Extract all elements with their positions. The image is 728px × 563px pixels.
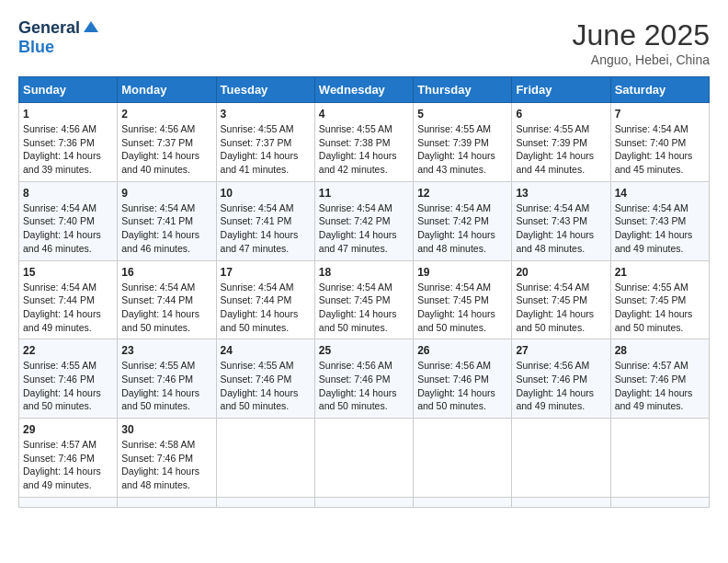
month-year: June 2025 (573, 18, 710, 52)
day-info-line: and 39 minutes. (23, 164, 92, 175)
day-info-line: and 47 minutes. (319, 243, 388, 254)
day-number: 1 (23, 108, 113, 121)
day-info-line: Sunset: 7:44 PM (121, 294, 193, 305)
day-info-line: Sunset: 7:44 PM (23, 294, 95, 305)
calendar-header-row: SundayMondayTuesdayWednesdayThursdayFrid… (19, 77, 710, 103)
day-info: Sunrise: 4:54 AMSunset: 7:44 PMDaylight:… (121, 281, 211, 335)
calendar-cell-day-2: 2Sunrise: 4:56 AMSunset: 7:37 PMDaylight… (118, 103, 216, 182)
calendar-cell-day-16: 16Sunrise: 4:54 AMSunset: 7:44 PMDayligh… (118, 260, 216, 339)
day-info-line: Sunrise: 4:54 AM (516, 202, 589, 213)
day-info-line: Sunrise: 4:55 AM (23, 360, 97, 371)
calendar-cell-empty (216, 419, 314, 498)
calendar-row-1: 1Sunrise: 4:56 AMSunset: 7:36 PMDaylight… (19, 103, 710, 182)
col-header-wednesday: Wednesday (314, 77, 413, 103)
day-info-line: Sunset: 7:42 PM (319, 215, 391, 226)
day-number: 17 (221, 266, 311, 279)
day-number: 29 (23, 423, 113, 436)
day-number: 15 (23, 266, 113, 279)
calendar-cell-empty (216, 497, 314, 507)
day-info-line: and 45 minutes. (615, 164, 684, 175)
day-info: Sunrise: 4:55 AMSunset: 7:39 PMDaylight:… (516, 122, 606, 177)
day-info-line: Sunrise: 4:56 AM (23, 123, 97, 134)
day-info: Sunrise: 4:54 AMSunset: 7:45 PMDaylight:… (417, 281, 507, 335)
day-info-line: Sunrise: 4:56 AM (121, 123, 195, 134)
day-info-line: Sunset: 7:46 PM (516, 373, 587, 385)
day-info-line: Sunset: 7:45 PM (417, 294, 489, 305)
day-info-line: Sunset: 7:46 PM (23, 373, 95, 385)
day-number: 8 (23, 187, 113, 200)
day-info-line: Sunrise: 4:54 AM (615, 123, 688, 134)
day-info-line: Daylight: 14 hours (319, 308, 397, 319)
calendar-cell-day-10: 10Sunrise: 4:54 AMSunset: 7:41 PMDayligh… (216, 181, 314, 260)
logo-icon (82, 19, 100, 38)
day-info-line: Daylight: 14 hours (417, 387, 495, 398)
day-info: Sunrise: 4:54 AMSunset: 7:42 PMDaylight:… (319, 201, 409, 256)
day-number: 22 (23, 344, 113, 357)
day-info-line: and 49 minutes. (615, 400, 684, 411)
day-info-line: Sunrise: 4:54 AM (23, 202, 97, 213)
calendar-cell-empty (314, 497, 413, 507)
calendar-cell-day-22: 22Sunrise: 4:55 AMSunset: 7:46 PMDayligh… (19, 339, 118, 419)
day-info-line: Sunrise: 4:57 AM (23, 439, 97, 450)
day-info-line: Sunrise: 4:54 AM (121, 282, 195, 293)
day-info: Sunrise: 4:54 AMSunset: 7:42 PMDaylight:… (417, 201, 507, 256)
calendar-cell-day-18: 18Sunrise: 4:54 AMSunset: 7:45 PMDayligh… (314, 260, 413, 339)
calendar-cell-day-24: 24Sunrise: 4:55 AMSunset: 7:46 PMDayligh… (216, 339, 314, 419)
day-info-line: Sunrise: 4:54 AM (417, 202, 491, 213)
col-header-tuesday: Tuesday (216, 77, 314, 103)
day-info-line: Sunrise: 4:55 AM (516, 123, 589, 134)
calendar-cell-day-5: 5Sunrise: 4:55 AMSunset: 7:39 PMDaylight… (414, 103, 512, 182)
day-info-line: Daylight: 14 hours (221, 387, 299, 398)
day-info: Sunrise: 4:54 AMSunset: 7:40 PMDaylight:… (615, 122, 705, 177)
day-info: Sunrise: 4:54 AMSunset: 7:43 PMDaylight:… (615, 201, 705, 256)
day-info-line: and 48 minutes. (417, 243, 486, 254)
day-info-line: Daylight: 14 hours (23, 465, 101, 477)
calendar-cell-day-27: 27Sunrise: 4:56 AMSunset: 7:46 PMDayligh… (512, 339, 610, 419)
day-info-line: Daylight: 14 hours (221, 150, 299, 161)
day-info: Sunrise: 4:57 AMSunset: 7:46 PMDaylight:… (615, 359, 705, 413)
day-info-line: Sunset: 7:38 PM (319, 137, 391, 148)
calendar-table: SundayMondayTuesdayWednesdayThursdayFrid… (18, 76, 710, 508)
day-info-line: Daylight: 14 hours (221, 308, 299, 319)
day-number: 13 (516, 187, 606, 200)
day-info-line: Daylight: 14 hours (121, 308, 199, 319)
day-info-line: and 50 minutes. (615, 322, 684, 333)
day-info-line: and 44 minutes. (516, 164, 585, 175)
day-info-line: and 47 minutes. (221, 243, 290, 254)
day-info-line: Daylight: 14 hours (417, 229, 495, 240)
day-info-line: Sunrise: 4:56 AM (319, 360, 392, 371)
svg-marker-0 (84, 21, 98, 32)
day-number: 21 (615, 266, 705, 279)
day-info-line: Sunset: 7:42 PM (417, 215, 489, 226)
day-info-line: Sunset: 7:43 PM (516, 215, 587, 226)
day-info-line: Sunset: 7:46 PM (121, 373, 193, 385)
calendar-cell-day-29: 29Sunrise: 4:57 AMSunset: 7:46 PMDayligh… (19, 419, 118, 498)
day-number: 20 (516, 266, 606, 279)
day-info-line: Daylight: 14 hours (417, 308, 495, 319)
day-info-line: Daylight: 14 hours (23, 387, 101, 398)
day-info-line: Daylight: 14 hours (516, 150, 594, 161)
day-info-line: Daylight: 14 hours (615, 308, 693, 319)
day-info: Sunrise: 4:54 AMSunset: 7:45 PMDaylight:… (319, 281, 409, 335)
day-info-line: Sunset: 7:45 PM (615, 294, 687, 305)
day-info-line: Sunrise: 4:57 AM (615, 360, 688, 371)
calendar-cell-empty (19, 497, 118, 507)
col-header-sunday: Sunday (19, 77, 118, 103)
calendar-row-5: 29Sunrise: 4:57 AMSunset: 7:46 PMDayligh… (19, 419, 710, 498)
day-info-line: Sunrise: 4:54 AM (121, 202, 195, 213)
calendar-cell-day-4: 4Sunrise: 4:55 AMSunset: 7:38 PMDaylight… (314, 103, 413, 182)
calendar-cell-day-8: 8Sunrise: 4:54 AMSunset: 7:40 PMDaylight… (19, 181, 118, 260)
calendar-cell-day-7: 7Sunrise: 4:54 AMSunset: 7:40 PMDaylight… (610, 103, 709, 182)
day-info: Sunrise: 4:55 AMSunset: 7:39 PMDaylight:… (417, 122, 507, 177)
calendar-cell-empty (512, 497, 610, 507)
day-info: Sunrise: 4:54 AMSunset: 7:44 PMDaylight:… (23, 281, 113, 335)
logo-general-text: General (18, 18, 80, 38)
calendar-cell-empty (610, 419, 709, 498)
day-info-line: and 40 minutes. (121, 164, 190, 175)
day-info-line: and 50 minutes. (319, 322, 388, 333)
day-info: Sunrise: 4:56 AMSunset: 7:46 PMDaylight:… (417, 359, 507, 413)
day-info-line: Sunrise: 4:54 AM (23, 282, 97, 293)
day-number: 2 (121, 108, 211, 121)
calendar-cell-day-14: 14Sunrise: 4:54 AMSunset: 7:43 PMDayligh… (610, 181, 709, 260)
calendar-cell-day-3: 3Sunrise: 4:55 AMSunset: 7:37 PMDaylight… (216, 103, 314, 182)
